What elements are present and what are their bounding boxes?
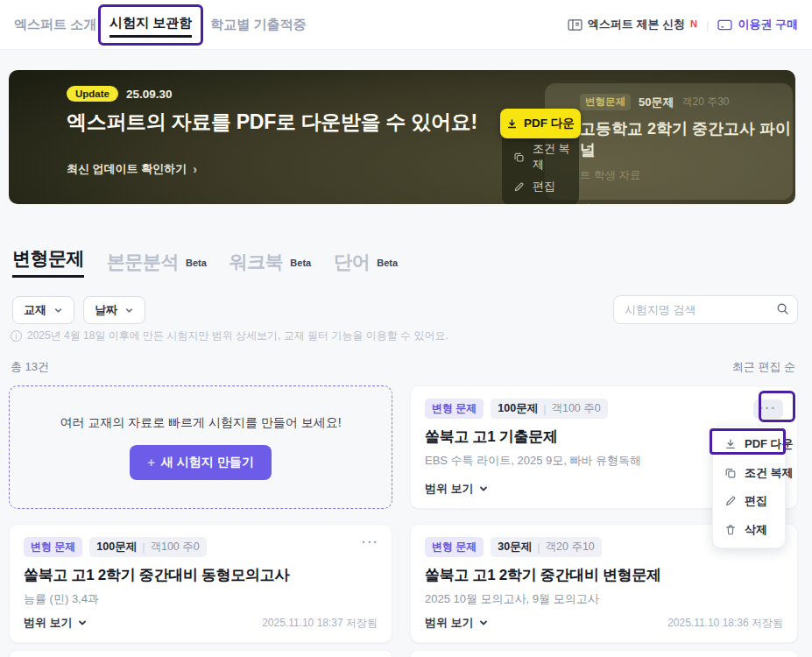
exam-type-badge: 변형 문제 xyxy=(24,537,82,557)
exam-card-partial xyxy=(9,650,392,657)
nav-item-school-exams[interactable]: 학교별 기출적중 xyxy=(210,17,306,33)
more-actions-button[interactable]: ··· xyxy=(753,399,783,419)
purchase-pass-label: 이용권 구매 xyxy=(738,17,798,32)
banner-update-link[interactable]: 최신 업데이트 확인하기 › xyxy=(67,161,197,177)
menu-item-label: 조건 복제 xyxy=(745,465,794,481)
filter-notice-text: 2025년 4월 18일 이후에 만든 시험지만 범위 상세보기, 교재 필터 … xyxy=(27,328,448,343)
range-toggle-label: 범위 보기 xyxy=(425,615,474,631)
nav-item-exam-archive[interactable]: 시험지 보관함 xyxy=(109,15,192,34)
menu-item-label: PDF 다운 xyxy=(745,436,794,452)
exam-type-badge: 변형 문제 xyxy=(425,399,484,419)
range-toggle[interactable]: 범위 보기 xyxy=(425,615,489,631)
preview-count: 50문제 xyxy=(639,95,674,110)
plus-icon: + xyxy=(147,455,155,470)
sort-order-control[interactable]: 최근 편집 순 xyxy=(732,359,795,375)
banner-pdf-label: PDF 다운 xyxy=(524,116,575,131)
nav-item-expert-intro[interactable]: 엑스퍼트 소개 xyxy=(14,17,96,33)
create-exam-message: 여러 교재의 자료로 빠르게 시험지를 만들어 보세요! xyxy=(60,415,341,431)
top-navbar: 엑스퍼트 소개 시험지 보관함 학교별 기출적중 엑스퍼트 제본 신청 N | xyxy=(0,0,812,50)
question-count: 30문제 xyxy=(498,540,532,555)
tab-text-analysis[interactable]: 본문분석 Beta xyxy=(107,250,207,274)
pill-divider: | xyxy=(543,403,546,415)
exam-title: 쏠북고 고1 2학기 중간대비 동형모의고사 xyxy=(24,565,378,585)
beta-badge: Beta xyxy=(290,258,311,268)
search-icon[interactable] xyxy=(776,302,789,315)
tab-label: 변형문제 xyxy=(12,246,84,278)
download-icon xyxy=(724,438,737,450)
binding-request-link[interactable]: 엑스퍼트 제본 신청 N xyxy=(568,17,697,32)
date-filter-dropdown[interactable]: 날짜 xyxy=(83,296,145,324)
binding-request-label: 엑스퍼트 제본 신청 xyxy=(588,17,685,32)
banner-headline: 엑스퍼트의 자료를 PDF로 다운받을 수 있어요! xyxy=(67,109,477,136)
chevron-down-icon xyxy=(478,484,489,494)
banner-edit-label: 편집 xyxy=(533,179,555,194)
purchase-pass-link[interactable]: 이용권 구매 xyxy=(717,17,798,32)
banner-edit-item[interactable]: 편집 xyxy=(502,173,579,200)
create-exam-button-label: 새 시험지 만들기 xyxy=(161,455,254,470)
search-input[interactable] xyxy=(613,295,798,324)
question-count-badge: 100문제 | 객100 주0 xyxy=(89,537,206,557)
banner-preview-card: 변형문제 50문제 객20 주30 고등학교 2학기 중간고사 파이널 트 학생… xyxy=(545,83,793,200)
question-detail: 객100 주0 xyxy=(551,401,600,416)
exam-card-partial xyxy=(410,650,798,657)
range-toggle[interactable]: 범위 보기 xyxy=(425,481,489,497)
pass-card-icon xyxy=(717,19,732,31)
menu-item-edit[interactable]: 편집 xyxy=(713,487,785,516)
promo-banner: 변형문제 50문제 객20 주30 고등학교 2학기 중간고사 파이널 트 학생… xyxy=(9,70,795,204)
chevron-down-icon xyxy=(596,204,605,205)
chevron-down-icon xyxy=(478,618,489,628)
create-exam-card: 여러 교재의 자료로 빠르게 시험지를 만들어 보세요! + 새 시험지 만들기 xyxy=(9,385,392,509)
book-binding-icon xyxy=(568,19,583,31)
textbook-filter-dropdown[interactable]: 교재 xyxy=(12,296,74,324)
tab-variant-questions[interactable]: 변형문제 xyxy=(12,246,84,278)
saved-date: 2025.11.10 18:37 저장됨 xyxy=(262,616,378,631)
chevron-down-icon xyxy=(77,618,88,628)
search-box xyxy=(613,295,798,324)
date-filter-label: 날짜 xyxy=(95,302,117,318)
exam-archive-page: 엑스퍼트 소개 시험지 보관함 학교별 기출적중 엑스퍼트 제본 신청 N | xyxy=(0,0,812,657)
tab-workbook[interactable]: 워크북 Beta xyxy=(229,250,311,274)
pencil-icon xyxy=(724,495,737,507)
question-count: 100문제 xyxy=(96,540,137,555)
filter-row: 교재 날짜 xyxy=(12,296,145,324)
banner-pdf-download-button[interactable]: PDF 다운 xyxy=(500,109,581,138)
pencil-icon xyxy=(513,181,525,193)
chevron-right-icon: › xyxy=(193,162,197,176)
exam-sources: 능률 (민) 3,4과 xyxy=(24,591,378,607)
saved-date: 2025.11.10 18:36 저장됨 xyxy=(667,616,783,631)
chevron-down-icon xyxy=(53,306,63,315)
textbook-filter-label: 교재 xyxy=(24,302,46,318)
preview-type-badge: 변형문제 xyxy=(580,94,631,110)
update-date: 25.09.30 xyxy=(126,88,173,101)
tab-vocabulary[interactable]: 단어 Beta xyxy=(334,250,398,274)
range-toggle[interactable]: 범위 보기 xyxy=(24,615,88,631)
range-toggle-label: 범위 보기 xyxy=(425,481,474,497)
menu-item-pdf-download[interactable]: PDF 다운 xyxy=(713,430,785,459)
content-tabs: 변형문제 본문분석 Beta 워크북 Beta 단어 Beta xyxy=(12,246,398,278)
menu-item-copy-conditions[interactable]: 조건 복제 xyxy=(713,459,785,488)
preview-subtitle: 트 학생 자료 xyxy=(580,168,793,183)
question-detail: 객100 주0 xyxy=(150,540,199,555)
exam-card[interactable]: 변형 문제 100문제 | 객100 주0 쏠북고 고1 2학기 중간대비 동형… xyxy=(9,524,392,643)
beta-badge: Beta xyxy=(186,258,207,268)
more-actions-button[interactable]: ··· xyxy=(362,535,379,549)
preview-range-fragment: 기 xyxy=(580,201,591,204)
nav-divider: | xyxy=(706,18,709,32)
banner-copy-conditions-item[interactable]: 조건 복제 xyxy=(502,144,579,170)
question-count-badge: 100문제 | 객100 주0 xyxy=(491,399,607,419)
exam-title: 쏠북고 고1 2학기 중간대비 변형문제 xyxy=(425,565,783,585)
update-badge: Update xyxy=(67,86,118,102)
beta-badge: Beta xyxy=(377,258,398,268)
menu-item-label: 편집 xyxy=(745,493,767,509)
filter-notice: i 2025년 4월 18일 이후에 만든 시험지만 범위 상세보기, 교재 필… xyxy=(11,328,448,343)
create-exam-button[interactable]: + 새 시험지 만들기 xyxy=(130,445,272,480)
tab-label: 워크북 xyxy=(229,250,284,274)
trash-icon xyxy=(724,524,737,536)
menu-item-delete[interactable]: 삭제 xyxy=(713,516,785,545)
preview-title: 고등학교 2학기 중간고사 파이널 xyxy=(580,118,793,160)
copy-icon xyxy=(513,152,525,163)
banner-update-link-label: 최신 업데이트 확인하기 xyxy=(67,161,187,177)
download-icon xyxy=(506,118,518,130)
info-icon: i xyxy=(11,330,22,342)
question-count-badge: 30문제 | 객20 주10 xyxy=(491,537,601,557)
